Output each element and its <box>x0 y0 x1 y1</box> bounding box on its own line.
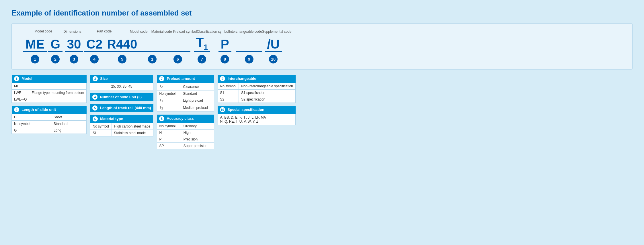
circle-1b: 1 <box>148 55 157 63</box>
material-circle: 6 <box>93 116 98 121</box>
circle-4: 4 <box>90 55 99 63</box>
table-row: LWE···Q <box>12 96 87 103</box>
accuracy-row4-col2: Super precision <box>181 142 214 149</box>
table-row: SP Super precision <box>157 142 214 149</box>
material-row1-col1: No symbol <box>90 123 112 130</box>
table-row: LWE Flange type mounting from bottom <box>12 90 87 96</box>
table-row: S2 S2 specification <box>218 96 295 103</box>
slide-unit-circle: 2 <box>14 107 19 112</box>
model-row2-col2: Flange type mounting from bottom <box>29 90 87 96</box>
label-part-code: Part code <box>97 29 112 33</box>
num-slide-header: 4 Number of slide unit (2) <box>90 93 153 101</box>
preload-row4-col1: T2 <box>157 104 181 111</box>
label-model-code-1: Model code <box>34 29 52 33</box>
size-header: 3 Size <box>90 75 153 83</box>
inter-row2-col1: S1 <box>218 90 239 96</box>
circle-5: 5 <box>118 55 126 63</box>
slide-row2-col1: No symbol <box>12 121 51 127</box>
model-header: 1 Model <box>12 75 87 83</box>
preload-row3-col2: Light preload <box>181 97 214 104</box>
track-header: 5 Length of track rail (440 mm) <box>90 104 153 112</box>
table-row: S1 S1 specification <box>218 90 295 96</box>
accuracy-row4-col1: SP <box>157 142 181 149</box>
accuracy-row2-col1: H <box>157 129 181 136</box>
code-text-dash9 <box>236 37 262 52</box>
preload-circle: 7 <box>159 76 164 81</box>
circle-7: 7 <box>198 55 206 63</box>
table-row: Tc Clearance <box>157 83 214 90</box>
model-row3-col1: LWE···Q <box>12 96 29 103</box>
code-30: 30 3 <box>64 37 84 63</box>
code-R440: R440 5 <box>105 37 139 63</box>
preload-header: 7 Preload amount <box>157 75 214 83</box>
circle-2: 2 <box>51 55 60 63</box>
code-text-C2: C2 <box>84 37 105 52</box>
tables-area: 1 Model ME LWE Flange type mounting from… <box>11 75 633 149</box>
accuracy-table: 8 Accuracy class No symbol Ordinary H Hi… <box>157 115 214 149</box>
code-text-30: 30 <box>65 37 83 52</box>
num-slide-circle: 4 <box>92 94 97 100</box>
code-dash6: 6 <box>165 37 190 63</box>
table-row: G Long <box>12 127 87 134</box>
preload-row4-col2: Medium preload <box>181 104 214 111</box>
model-row2-col1: LWE <box>12 90 29 96</box>
special-spec-header: 10 Special specification <box>218 106 296 114</box>
label-interchangeable-code: Interchangeable code <box>229 30 262 34</box>
material-table: 6 Material type No symbol High carbon st… <box>90 115 153 136</box>
slide-row3-col2: Long <box>51 127 87 134</box>
preload-table: 7 Preload amount Tc Clearance No symbol … <box>157 75 214 111</box>
code-C2: C2 4 <box>84 37 105 63</box>
right1-tables: 7 Preload amount Tc Clearance No symbol … <box>157 75 214 149</box>
slide-row2-col2: Standard <box>51 121 87 127</box>
code-P: P 8 <box>213 37 236 63</box>
table-row: SL Stainless steel made <box>90 130 153 136</box>
circle-6: 6 <box>173 55 182 63</box>
slide-row1-col2: Short <box>51 114 87 121</box>
page-title: Example of identification number of asse… <box>11 9 633 18</box>
code-text-G: G <box>48 37 63 52</box>
track-circle: 5 <box>92 105 97 111</box>
slide-row1-col1: C <box>12 114 51 121</box>
table-row: No symbol Ordinary <box>157 123 214 129</box>
circle-10: 10 <box>269 55 278 63</box>
label-supplemental-code: Supplemental code <box>262 30 292 34</box>
table-row: T2 Medium preload <box>157 104 214 111</box>
size-table: 3 Size 25, 30, 35, 45 <box>90 75 153 90</box>
accuracy-row1-col1: No symbol <box>157 123 181 129</box>
preload-row2-col2: Standard <box>181 90 214 97</box>
inter-row3-col2: S2 specification <box>239 96 296 103</box>
table-row: No symbol Standard <box>157 90 214 97</box>
special-spec-container: 10 Special specification A, BS, D, E, F,… <box>218 106 296 125</box>
inter-row3-col1: S2 <box>218 96 239 103</box>
material-header: 6 Material type <box>90 115 153 123</box>
slide-row3-col1: G <box>12 127 51 134</box>
middle-tables: 3 Size 25, 30, 35, 45 4 <box>90 75 153 149</box>
circle-3: 3 <box>70 55 78 63</box>
circle-8: 8 <box>220 55 229 63</box>
size-circle: 3 <box>93 76 98 81</box>
label-material-code: Material code <box>151 30 172 34</box>
inter-row1-col2: Non-interchangeable specification <box>239 83 296 90</box>
main-container: Example of identification number of asse… <box>6 6 638 155</box>
size-value: 25, 30, 35, 45 <box>90 83 153 90</box>
code-text-dash1 <box>139 37 165 52</box>
label-dimensions: Dimensions <box>63 30 81 34</box>
table-row: P Precision <box>157 136 214 142</box>
table-row: T1 Light preload <box>157 97 214 104</box>
table-row: H High <box>157 129 214 136</box>
inter-row1-col1: No symbol <box>218 83 239 90</box>
code-text-ME: ME <box>23 37 47 52</box>
code-text-P: P <box>218 37 231 52</box>
material-row2-col2: Stainless steel made <box>112 130 153 136</box>
code-dash1: 1 <box>139 37 165 63</box>
code-T1: T1 7 <box>190 36 213 63</box>
circle-9: 9 <box>245 55 253 63</box>
preload-row1-col1: Tc <box>157 83 181 90</box>
slide-unit-header: 2 Length of slide unit <box>12 106 87 114</box>
code-U: /U 10 <box>262 37 285 63</box>
preload-row1-col2: Clearance <box>181 83 214 90</box>
inter-row2-col2: S1 specification <box>239 90 296 96</box>
code-text-T1: T1 <box>194 36 210 52</box>
special-spec-value: A, BS, D, E, F, I , J, L, LF, MAN, Q, RE… <box>218 114 296 125</box>
model-table: 1 Model ME LWE Flange type mounting from… <box>11 75 87 103</box>
